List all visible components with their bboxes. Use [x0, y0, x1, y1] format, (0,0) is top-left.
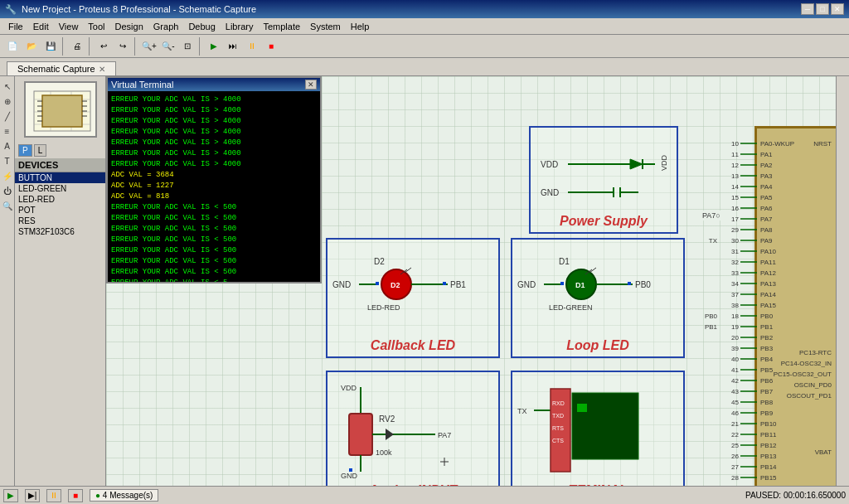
toolbar-sep3 — [134, 37, 138, 56]
callback-led-box: Callback LED GND D2 PB1 D2 LED-RED — [326, 238, 500, 358]
panel-item-res[interactable]: RES — [15, 216, 105, 226]
play-status-button[interactable]: ▶ — [3, 489, 18, 502]
wire-tool[interactable]: ╱ — [1, 109, 14, 123]
menu-template[interactable]: Template — [258, 21, 305, 32]
svg-rect-51 — [349, 414, 372, 455]
panel-list: BUTTON LED-GREEN LED-RED POT RES STM32F1… — [15, 172, 105, 486]
callback-led-svg: GND D2 PB1 D2 LED-RED — [327, 240, 498, 356]
menu-edit[interactable]: Edit — [28, 21, 54, 32]
panel-item-led-green[interactable]: LED-GREEN — [15, 183, 105, 194]
zoom-out-button[interactable]: 🔍- — [159, 37, 177, 56]
svg-text:TX: TX — [517, 407, 527, 415]
power-tool[interactable]: ⏻ — [1, 184, 14, 197]
message-count: ● 4 Message(s) — [90, 489, 158, 502]
svg-text:GND: GND — [332, 280, 351, 289]
svg-text:15: 15 — [731, 194, 739, 201]
menu-file[interactable]: File — [3, 21, 28, 32]
panel-item-pot[interactable]: POT — [15, 205, 105, 216]
svg-text:RTS: RTS — [552, 425, 564, 431]
svg-text:GND: GND — [341, 472, 358, 480]
vt-line-13: ERREUR YOUR ADC VAL IS < 500 — [111, 224, 317, 235]
stop-status-button[interactable]: ■ — [68, 489, 83, 502]
menu-tool[interactable]: Tool — [83, 21, 109, 32]
svg-text:39: 39 — [731, 345, 739, 352]
redo-button[interactable]: ↪ — [114, 37, 132, 56]
menu-system[interactable]: System — [305, 21, 346, 32]
svg-text:D2: D2 — [374, 257, 385, 266]
probe-tool[interactable]: ⚡ — [1, 169, 14, 182]
new-button[interactable]: 📄 — [3, 37, 22, 56]
svg-text:34: 34 — [731, 280, 739, 288]
component-tool[interactable]: ⊕ — [1, 94, 14, 108]
svg-text:PC14-OSC32_IN: PC14-OSC32_IN — [781, 360, 832, 367]
maximize-button[interactable]: □ — [816, 3, 829, 15]
svg-text:PA3: PA3 — [760, 172, 773, 180]
close-button[interactable]: ✕ — [831, 3, 844, 15]
text-tool[interactable]: T — [1, 154, 14, 167]
bus-tool[interactable]: ≡ — [1, 124, 14, 138]
pa7-external-label: PA7○ — [701, 211, 721, 220]
vt-line-8: ADC VAL = 3684 — [111, 170, 317, 181]
svg-text:11: 11 — [731, 151, 739, 158]
svg-text:PA1: PA1 — [760, 151, 773, 158]
run-button[interactable]: ▶ — [205, 37, 223, 56]
svg-text:PB0: PB0 — [635, 280, 651, 289]
print-button[interactable]: 🖨 — [68, 37, 86, 56]
svg-text:PA0-WKUP: PA0-WKUP — [760, 140, 794, 148]
vt-close-button[interactable]: ✕ — [305, 80, 317, 90]
svg-text:32: 32 — [731, 259, 739, 266]
step-button[interactable]: ⏭ — [224, 37, 242, 56]
svg-text:PA7: PA7 — [438, 431, 451, 439]
tab-close-icon[interactable]: ✕ — [99, 65, 105, 74]
panel-item-stm32[interactable]: STM32F103C6 — [15, 226, 105, 237]
stop-button[interactable]: ■ — [262, 37, 280, 56]
svg-text:PA7: PA7 — [760, 216, 773, 223]
pause-button[interactable]: ⏸ — [243, 37, 261, 56]
svg-text:PB1: PB1 — [705, 323, 718, 331]
svg-text:20: 20 — [731, 334, 739, 342]
panel-item-button[interactable]: BUTTON — [15, 172, 105, 183]
panel-tab-l[interactable]: L — [34, 144, 47, 157]
vt-line-2: ERREUR YOUR ADC VAL IS > 4000 — [111, 105, 317, 116]
left-sidebar: ↖ ⊕ ╱ ≡ A T ⚡ ⏻ 🔍 — [0, 76, 15, 486]
menu-graph[interactable]: Graph — [148, 21, 184, 32]
select-tool[interactable]: ↖ — [1, 80, 14, 93]
undo-button[interactable]: ↩ — [95, 37, 113, 56]
loop-led-svg: GND D1 PB0 D1 LED-GREEN — [512, 240, 683, 356]
svg-text:PA12: PA12 — [760, 269, 777, 277]
panel-tab-p[interactable]: P — [18, 144, 32, 157]
status-bar: ▶ ▶| ⏸ ■ ● 4 Message(s) PAUSED: 00:00:16… — [0, 486, 849, 504]
panel-item-led-red[interactable]: LED-RED — [15, 194, 105, 205]
zoom-in-button[interactable]: 🔍+ — [140, 37, 158, 56]
svg-text:26: 26 — [731, 453, 739, 460]
vt-line-12: ERREUR YOUR ADC VAL IS < 500 — [111, 213, 317, 224]
step-status-button[interactable]: ▶| — [25, 489, 40, 502]
menu-design[interactable]: Design — [110, 21, 148, 32]
fit-button[interactable]: ⊡ — [178, 37, 196, 56]
right-scrollbar[interactable] — [836, 76, 849, 486]
preview-svg — [26, 83, 99, 139]
preview-area — [24, 81, 97, 138]
svg-text:PB5: PB5 — [760, 366, 774, 374]
pause-status-button[interactable]: ⏸ — [46, 489, 61, 502]
svg-text:PA13: PA13 — [760, 280, 777, 288]
menu-view[interactable]: View — [54, 21, 84, 32]
svg-text:43: 43 — [731, 388, 739, 395]
zoom-tool[interactable]: 🔍 — [1, 199, 14, 212]
virtual-terminal-window[interactable]: Virtual Terminal ✕ ERREUR YOUR ADC VAL I… — [106, 76, 322, 284]
schematic-capture-tab[interactable]: Schematic Capture ✕ — [7, 61, 116, 75]
label-tool[interactable]: A — [1, 139, 14, 153]
vt-titlebar: Virtual Terminal ✕ — [108, 78, 320, 91]
svg-text:12: 12 — [731, 162, 739, 169]
menu-debug[interactable]: Debug — [183, 21, 220, 32]
save-button[interactable]: 💾 — [41, 37, 60, 56]
simulation-status: PAUSED: 00:00:16.650000 — [745, 491, 846, 500]
svg-text:PB12: PB12 — [760, 442, 777, 449]
schematic-canvas[interactable]: Power Supply VDD VDD GND — [106, 76, 836, 486]
minimize-button[interactable]: ─ — [801, 3, 814, 15]
vt-line-10: ADC VAL = 818 — [111, 191, 317, 202]
open-button[interactable]: 📂 — [22, 37, 41, 56]
menu-library[interactable]: Library — [221, 21, 259, 32]
svg-text:16: 16 — [731, 205, 739, 212]
menu-help[interactable]: Help — [346, 21, 375, 32]
